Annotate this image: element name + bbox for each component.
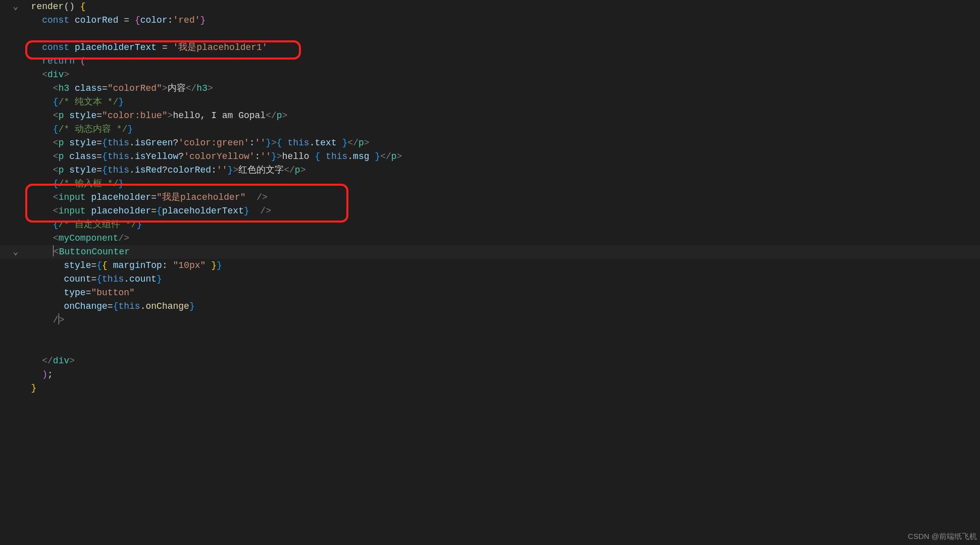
code-content[interactable]: <div> — [20, 68, 69, 82]
code-content[interactable]: <p style="color:blue">hello, I am Gopal<… — [20, 109, 287, 123]
code-line[interactable]: <p style={this.isRed?colorRed:''}>红色的文字<… — [11, 164, 980, 177]
code-content[interactable]: type="button" — [20, 286, 135, 300]
code-line[interactable]: {/* 自定义组件 */} — [11, 218, 980, 232]
code-line[interactable]: <h3 class="colorRed">内容</h3> — [11, 82, 980, 95]
code-content[interactable]: style={{ marginTop: "10px" }} — [20, 259, 222, 272]
code-content[interactable]: const colorRed = {color:'red'} — [20, 14, 205, 27]
code-line[interactable]: <p class={this.isYellow?'colorYellow':''… — [11, 150, 980, 164]
code-content[interactable]: <h3 class="colorRed">内容</h3> — [20, 82, 213, 95]
code-line[interactable]: {/* 动态内容 */} — [11, 123, 980, 136]
code-line[interactable]: </div> — [11, 354, 980, 368]
code-line[interactable]: <p style={this.isGreen?'color:green':''}… — [11, 136, 980, 150]
code-content[interactable]: <ButtonCounter — [20, 245, 130, 259]
code-line[interactable]: <p style="color:blue">hello, I am Gopal<… — [11, 109, 980, 123]
code-content[interactable]: {/* 输入框 */} — [20, 177, 124, 191]
code-line[interactable]: /> — [11, 313, 980, 327]
code-content[interactable]: <input placeholder="我是placeholder" /> — [20, 191, 268, 204]
text-cursor — [59, 313, 59, 324]
code-line[interactable]: <input placeholder="我是placeholder" /> — [11, 191, 980, 204]
code-line[interactable]: style={{ marginTop: "10px" }} — [11, 259, 980, 272]
code-line[interactable]: {/* 输入框 */} — [11, 177, 980, 191]
code-content[interactable]: {/* 动态内容 */} — [20, 123, 133, 136]
code-line[interactable]: ⌄ <ButtonCounter — [11, 245, 980, 259]
code-content[interactable]: <p style={this.isRed?colorRed:''}>红色的文字<… — [20, 164, 305, 177]
code-line[interactable] — [11, 27, 980, 41]
code-content[interactable] — [20, 341, 26, 354]
code-line[interactable] — [11, 341, 980, 354]
code-content[interactable]: <p style={this.isGreen?'color:green':''}… — [20, 136, 370, 150]
code-content[interactable]: </div> — [20, 354, 75, 368]
code-line[interactable]: <div> — [11, 68, 980, 82]
code-content[interactable] — [20, 327, 26, 341]
code-line[interactable]: } — [11, 382, 980, 395]
code-line[interactable]: count={this.count} — [11, 272, 980, 286]
code-line[interactable]: ); — [11, 368, 980, 382]
code-content[interactable]: {/* 纯文本 */} — [20, 95, 124, 109]
code-content[interactable]: onChange={this.onChange} — [20, 300, 195, 313]
code-line[interactable] — [11, 327, 980, 341]
code-line[interactable]: const placeholderText = '我是placeholder1' — [11, 41, 980, 54]
code-content[interactable] — [20, 27, 26, 41]
code-content[interactable]: <myComponent/> — [20, 232, 129, 245]
code-line[interactable]: const colorRed = {color:'red'} — [11, 14, 980, 27]
code-line[interactable]: <input placeholder={placeholderText} /> — [11, 204, 980, 218]
code-content[interactable]: <p class={this.isYellow?'colorYellow':''… — [20, 150, 402, 164]
code-line[interactable]: onChange={this.onChange} — [11, 300, 980, 313]
code-content[interactable]: count={this.count} — [20, 272, 162, 286]
code-line[interactable]: type="button" — [11, 286, 980, 300]
code-content[interactable]: /> — [20, 313, 64, 327]
code-line[interactable]: return ( — [11, 54, 980, 68]
code-content[interactable]: const placeholderText = '我是placeholder1' — [20, 41, 268, 54]
code-content[interactable]: return ( — [20, 54, 86, 68]
code-line[interactable]: ⌄ render() { — [11, 0, 980, 14]
code-editor[interactable]: ⌄ render() { const colorRed = {color:'re… — [0, 0, 980, 395]
fold-gutter[interactable]: ⌄ — [11, 0, 20, 14]
code-content[interactable]: } — [20, 382, 36, 395]
code-line[interactable]: {/* 纯文本 */} — [11, 95, 980, 109]
code-content[interactable]: ); — [20, 368, 53, 382]
watermark: CSDN @前端纸飞机 — [908, 529, 977, 543]
code-content[interactable]: <input placeholder={placeholderText} /> — [20, 204, 271, 218]
code-content[interactable]: {/* 自定义组件 */} — [20, 218, 142, 232]
fold-gutter[interactable]: ⌄ — [11, 245, 20, 259]
code-content[interactable]: render() { — [20, 0, 86, 14]
code-line[interactable]: <myComponent/> — [11, 232, 980, 245]
text-cursor — [53, 245, 54, 256]
